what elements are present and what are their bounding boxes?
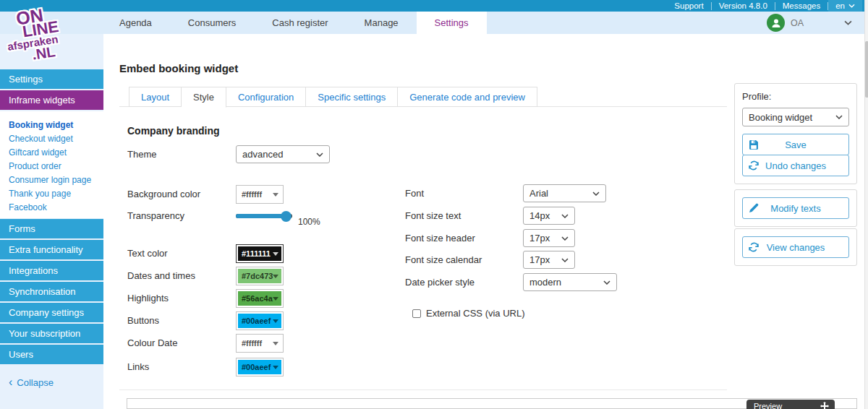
support-link[interactable]: Support	[667, 0, 710, 12]
transparency-slider[interactable]	[236, 211, 292, 221]
highlights-label: Highlights	[127, 293, 169, 303]
font-select[interactable]: Arial	[523, 184, 606, 202]
page-title: Embed booking widget	[119, 62, 238, 74]
preview-drag-handle[interactable]: Preview	[746, 400, 835, 409]
dates-times-color-picker[interactable]: #7dc473	[236, 267, 284, 285]
pencil-icon	[749, 203, 759, 213]
sidebar-item-product-order[interactable]: Product order	[9, 160, 103, 173]
user-menu[interactable]: OA	[767, 12, 868, 34]
dropdown-arrow-icon	[273, 193, 278, 197]
sidebar-item-synchronisation[interactable]: Synchronisation	[0, 282, 103, 301]
scrollbar[interactable]	[864, 0, 868, 409]
sidebar-item-company-settings[interactable]: Company settings	[0, 303, 103, 322]
chevron-down-icon	[835, 115, 843, 119]
sidebar-item-facebook[interactable]: Facebook	[9, 201, 103, 215]
sidebar-item-settings[interactable]: Settings	[0, 69, 103, 89]
profile-panel: Profile: Booking widget Save Undo change…	[734, 83, 857, 184]
user-initials: OA	[791, 18, 804, 28]
tab-configuration[interactable]: Configuration	[226, 87, 306, 107]
divider	[119, 389, 727, 390]
tab-style[interactable]: Style	[182, 87, 226, 108]
nav-item-settings[interactable]: Settings	[417, 12, 487, 34]
undo-changes-label: Undo changes	[765, 160, 826, 171]
app: Support Version 4.8.0 Messages en Agenda…	[0, 0, 868, 409]
background-color-label: Background color	[127, 189, 200, 199]
chevron-down-icon[interactable]	[844, 20, 852, 25]
top-bar: Support Version 4.8.0 Messages en	[0, 0, 868, 12]
background-color-value: #ffffff	[242, 190, 262, 199]
modify-texts-button[interactable]: Modify texts	[742, 197, 849, 219]
text-color-label: Text color	[127, 248, 168, 259]
text-color-picker[interactable]: #111111	[236, 244, 284, 263]
tab-specific-settings[interactable]: Specific settings	[306, 87, 398, 107]
nav-item-manage[interactable]: Manage	[346, 12, 417, 34]
sidebar-item-checkout-widget[interactable]: Checkout widget	[9, 132, 103, 146]
scrollbar-thumb[interactable]	[865, 41, 868, 98]
chevron-down-icon	[561, 236, 569, 241]
font-size-text-label: Font size text	[405, 210, 461, 221]
slider-thumb[interactable]	[281, 211, 292, 222]
tab-generate-code[interactable]: Generate code and preview	[398, 87, 537, 107]
sidebar-item-extra-functionality[interactable]: Extra functionality	[0, 240, 103, 259]
colour-date-label: Colour Date	[127, 337, 177, 348]
sidebar-item-booking-widget[interactable]: Booking widget	[9, 119, 103, 132]
collapse-sidebar-button[interactable]: ‹Collapse	[9, 376, 54, 389]
tab-layout[interactable]: Layout	[129, 87, 182, 107]
tab-bar: Layout Style Configuration Specific sett…	[129, 87, 537, 108]
profile-value: Booking widget	[749, 112, 812, 123]
messages-link[interactable]: Messages	[775, 0, 827, 12]
slider-fill	[236, 214, 288, 218]
font-label: Font	[405, 188, 424, 199]
external-css-checkbox[interactable]	[412, 309, 421, 318]
nav-items: Agenda Consumers Cash register Manage Se…	[101, 12, 487, 34]
sidebar-item-giftcard-widget[interactable]: Giftcard widget	[9, 146, 103, 160]
dropdown-arrow-icon	[273, 275, 278, 278]
sidebar-item-forms[interactable]: Forms	[0, 219, 103, 238]
sidebar-item-consumer-login-page[interactable]: Consumer login page	[9, 173, 103, 187]
buttons-color-picker[interactable]: #00aeef	[236, 311, 284, 330]
nav-item-consumers[interactable]: Consumers	[170, 12, 254, 34]
profile-select[interactable]: Booking widget	[742, 108, 849, 126]
main-nav: Agenda Consumers Cash register Manage Se…	[0, 12, 868, 34]
dropdown-arrow-icon	[273, 319, 278, 323]
view-changes-panel: View changes	[734, 228, 857, 266]
sidebar-item-your-subscription[interactable]: Your subscription	[0, 324, 103, 343]
font-size-header-value: 17px	[529, 233, 550, 244]
background-color-picker[interactable]: #ffffff	[236, 185, 284, 204]
nav-item-cash-register[interactable]: Cash register	[254, 12, 346, 34]
date-picker-style-label: Date picker style	[405, 277, 475, 288]
chevron-left-icon: ‹	[9, 376, 12, 388]
avatar[interactable]	[767, 14, 785, 32]
dates-times-color-value: #7dc473	[242, 272, 273, 280]
sidebar-item-iframe-widgets[interactable]: Inframe widgets	[0, 90, 103, 110]
nav-item-agenda[interactable]: Agenda	[101, 12, 170, 34]
font-size-calendar-value: 17px	[529, 254, 550, 265]
dropdown-arrow-icon	[273, 366, 278, 369]
sidebar-item-thank-you-page[interactable]: Thank you page	[9, 187, 103, 201]
font-size-header-select[interactable]: 17px	[523, 229, 575, 247]
theme-select[interactable]: advanced	[236, 145, 330, 163]
version-label: Version 4.8.0	[712, 0, 775, 12]
font-size-header-label: Font size header	[405, 233, 475, 244]
external-css-label: External CSS (via URL)	[426, 308, 525, 319]
links-color-picker[interactable]: #00aeef	[236, 358, 284, 376]
colour-date-picker[interactable]: #ffffff	[236, 334, 284, 353]
save-icon	[749, 139, 759, 150]
sidebar-item-integrations[interactable]: Integrations	[0, 261, 103, 280]
sidebar-item-users[interactable]: Users	[0, 345, 103, 364]
save-label: Save	[785, 139, 807, 150]
chevron-down-icon	[316, 152, 323, 157]
chevron-down-icon	[848, 4, 855, 8]
font-size-text-select[interactable]: 14px	[523, 207, 575, 225]
font-size-calendar-select[interactable]: 17px	[523, 251, 575, 269]
undo-changes-button[interactable]: Undo changes	[742, 155, 849, 176]
preview-label: Preview	[754, 402, 782, 409]
highlights-color-picker[interactable]: #56ac4a	[236, 289, 284, 308]
chevron-down-icon	[603, 280, 610, 285]
collapse-label: Collapse	[17, 377, 54, 388]
view-changes-button[interactable]: View changes	[742, 236, 849, 258]
save-button[interactable]: Save	[742, 134, 849, 155]
language-dropdown[interactable]: en	[828, 0, 862, 12]
onlineafspraken-logo[interactable]: ON LINE afspraken .NL	[0, 0, 89, 72]
date-picker-style-select[interactable]: modern	[523, 273, 617, 291]
